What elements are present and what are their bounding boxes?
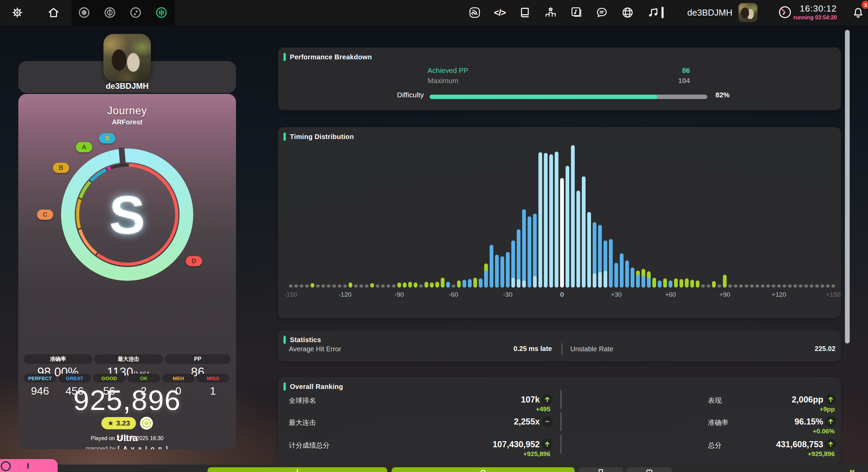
chat-button[interactable]: [595, 6, 608, 19]
x-axis-tick: +120: [772, 291, 786, 298]
hit-error-bar: [723, 275, 727, 288]
wiki-button[interactable]: [518, 6, 531, 19]
hit-error-bar: [549, 154, 553, 288]
osu-cookie-icon: [1, 461, 11, 471]
ranking-value: 2,255x: [514, 417, 540, 427]
hit-error-bar: [289, 284, 293, 288]
mania-ruleset-icon: [155, 6, 168, 19]
grade-badge-s: S: [99, 133, 115, 143]
ruleset-mania-button-active[interactable]: [155, 6, 168, 19]
podium-star-icon: [545, 6, 557, 19]
hit-error-bar: [745, 284, 748, 288]
hit-error-bar: [810, 284, 813, 288]
score-summary-panel: Journey ARForest S S A B C D 925,896 ★ 3…: [18, 94, 236, 449]
hit-error-bar: [365, 284, 369, 288]
notification-count-badge[interactable]: 3: [862, 1, 868, 9]
panel-header: Timing Distribution: [283, 133, 354, 141]
ruleset-selector: [72, 0, 175, 25]
mapped-by-prefix: mapped by: [86, 445, 116, 449]
dashboard-button[interactable]: [621, 6, 634, 19]
hit-error-bar: [679, 279, 683, 288]
player-avatar[interactable]: [103, 34, 151, 81]
ruleset-chip: [140, 417, 153, 430]
toolbar-clock[interactable]: 16:30:12 running 03:54:20: [793, 3, 837, 21]
ruleset-osu-button[interactable]: [78, 6, 91, 19]
rankings-button[interactable]: [544, 6, 557, 19]
judgement-label-perfect: PERFECT: [24, 374, 56, 382]
toolbar-avatar[interactable]: [738, 3, 757, 22]
hit-error-bar: [669, 280, 672, 288]
pp-header: PP: [165, 354, 231, 364]
notifications-button[interactable]: [852, 6, 865, 19]
book-icon: [519, 6, 531, 19]
hit-error-bar: [538, 152, 542, 288]
hit-error-bar: [750, 284, 754, 288]
ruleset-taiko-button[interactable]: [103, 6, 116, 19]
header-accent-bar: [283, 53, 286, 61]
ranking-label: 准确率: [708, 418, 728, 427]
settings-button[interactable]: [11, 6, 24, 19]
difficulty-percent: 82%: [715, 91, 730, 99]
overall-ranking-panel: Overall Ranking 全球排名107k+495最大连击2,255x计分…: [278, 377, 841, 465]
hit-error-bar: [587, 212, 591, 288]
column-divider: [560, 412, 561, 431]
hit-error-bar: [772, 284, 775, 288]
hit-error-bar: [685, 278, 689, 288]
mapper-name[interactable]: [ A v a l o n ]: [118, 445, 169, 449]
difficulty-progress-fill: [430, 95, 657, 99]
beatmap-listing-button[interactable]: [570, 6, 583, 19]
hit-error-bar: [522, 280, 526, 288]
save-replay-button[interactable]: [208, 467, 387, 472]
timing-histogram: [288, 145, 836, 288]
hit-error-bar: [636, 275, 640, 288]
clock-button[interactable]: [778, 6, 791, 19]
hit-error-bar: [625, 260, 629, 288]
trend-up-icon: [542, 439, 553, 450]
back-logo-mark: [27, 463, 29, 469]
hit-error-bar: [332, 284, 336, 288]
hit-error-bar: [490, 245, 493, 288]
ruleset-catch-button[interactable]: [129, 6, 142, 19]
home-button[interactable]: [47, 6, 60, 19]
ranking-value: 2,006pp: [792, 395, 823, 405]
heart-icon: [646, 469, 652, 472]
hit-error-bar: [631, 268, 634, 288]
hit-error-bar: [761, 284, 765, 288]
hit-error-bar: [473, 278, 477, 288]
star-rating-value: 3.23: [116, 419, 130, 427]
x-axis-tick: +60: [665, 291, 676, 298]
ranking-delta: +9pp: [820, 406, 835, 413]
ranking-label: 最大连击: [289, 418, 316, 427]
grade-badge-b: B: [53, 163, 69, 173]
toolbar-username[interactable]: de3BDJMH: [687, 7, 732, 18]
dev-build-button[interactable]: </>: [493, 6, 506, 19]
spectate-button[interactable]: [468, 6, 481, 19]
back-button[interactable]: [0, 459, 58, 472]
hit-error-bar: [734, 284, 737, 288]
maximum-pp-value: 104: [649, 77, 690, 85]
ranking-value: 431,608,753: [776, 439, 823, 449]
hit-error-bar: [831, 284, 835, 288]
maximum-pp-label: Maximum: [428, 77, 458, 85]
globe-icon: [622, 6, 634, 19]
export-score-button[interactable]: [578, 467, 623, 472]
judgement-count-good: 56: [93, 385, 125, 397]
now-playing-button[interactable]: [647, 6, 659, 19]
scrollbar-thumb[interactable]: [845, 30, 850, 343]
hit-error-bar: [414, 282, 417, 288]
player-name: de3BDJMH: [18, 81, 236, 91]
hit-error-bar: [354, 284, 358, 288]
favourite-button[interactable]: [626, 467, 672, 472]
hit-error-bar: [370, 283, 374, 288]
hit-error-bar: [598, 272, 602, 288]
watch-replay-button[interactable]: [392, 467, 575, 472]
hit-error-bar: [311, 283, 314, 288]
x-axis-tick: +90: [719, 291, 730, 298]
hit-error-bar: [452, 284, 455, 288]
ranking-value: 107,430,952: [493, 439, 540, 449]
x-axis-tick: -90: [395, 291, 404, 298]
grade-letter: S: [61, 149, 193, 281]
hit-error-bar: [327, 284, 331, 288]
achieved-pp-value: 86: [649, 66, 690, 75]
judgement-count-perfect: 946: [24, 385, 56, 397]
